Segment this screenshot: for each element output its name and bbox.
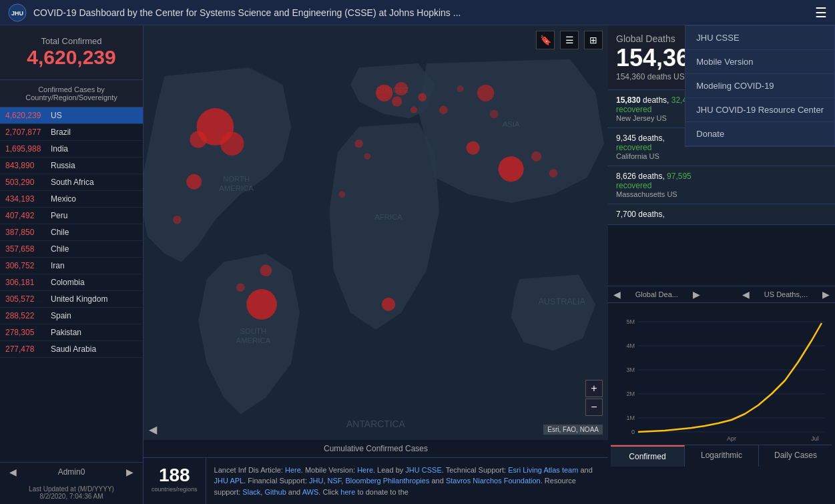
dropdown-item-resource[interactable]: JHU COVID-19 Resource Center	[685, 98, 834, 122]
dropdown-item-donate[interactable]: Donate	[685, 122, 834, 146]
svg-point-21	[382, 298, 395, 311]
sidebar-nav: ◀ Admin0 ▶	[0, 462, 143, 481]
country-item-india[interactable]: 1,695,988 India	[0, 141, 143, 158]
country-name: Chile	[51, 228, 69, 237]
svg-point-19	[499, 156, 524, 182]
country-cases: 1,695,988	[5, 144, 51, 154]
map-nav: ◀	[149, 423, 157, 436]
menu-icon[interactable]: ☰	[815, 5, 827, 21]
total-confirmed-label: Total Confirmed	[11, 36, 132, 46]
link-jhu-apl[interactable]: JHU APL	[214, 477, 244, 485]
svg-point-35	[364, 153, 370, 160]
dropdown-item-jhu-csse[interactable]: JHU CSSE	[685, 26, 834, 50]
country-name: Brazil	[51, 128, 71, 137]
country-cases: 277,478	[5, 344, 51, 354]
country-item-russia[interactable]: 843,890 Russia	[0, 158, 143, 174]
svg-point-27	[531, 152, 541, 162]
svg-text:0: 0	[631, 429, 635, 435]
map-prev-button[interactable]: ◀	[149, 423, 157, 436]
svg-text:AUSTRALIA: AUSTRALIA	[538, 297, 585, 306]
link-nsf[interactable]: NSF	[328, 477, 342, 485]
info-donate2: to donate to the	[355, 488, 408, 496]
svg-text:4M: 4M	[626, 342, 635, 349]
list-view-button[interactable]: ☰	[560, 31, 579, 49]
svg-text:Apr: Apr	[727, 435, 736, 442]
country-cases: 503,290	[5, 178, 51, 187]
country-name: Chile	[51, 244, 69, 254]
country-item-peru[interactable]: 407,492 Peru	[0, 208, 143, 224]
sidebar-next-button[interactable]: ▶	[123, 467, 136, 477]
country-count-section: 188 countries/regions	[144, 458, 206, 505]
total-confirmed-section: Total Confirmed 4,620,239	[0, 25, 143, 80]
tab-daily-cases[interactable]: Daily Cases	[759, 445, 832, 467]
jhu-logo-icon: JHU	[8, 3, 27, 22]
link-here-1[interactable]: Here	[285, 466, 301, 474]
country-count-number: 188	[152, 465, 198, 486]
country-item-uk[interactable]: 305,572 United Kingdom	[0, 291, 143, 308]
link-esri[interactable]: Esri Living Atlas team	[508, 466, 578, 474]
svg-text:3M: 3M	[626, 366, 635, 373]
country-item-chile-2[interactable]: 357,658 Chile	[0, 241, 143, 258]
country-name: Saudi Arabia	[51, 344, 96, 354]
link-jhu[interactable]: JHU	[309, 477, 323, 485]
dropdown-item-modeling[interactable]: Modeling COVID-19	[685, 74, 834, 98]
country-item-chile-1[interactable]: 387,850 Chile	[0, 224, 143, 241]
info-lancet: Lancet Inf Dis Article:	[214, 466, 285, 474]
country-name: Pakistan	[51, 328, 81, 337]
svg-point-30	[457, 85, 464, 92]
country-name: United Kingdom	[51, 294, 107, 304]
dropdown-item-mobile[interactable]: Mobile Version	[685, 50, 834, 74]
country-item-mexico[interactable]: 434,193 Mexico	[0, 191, 143, 208]
country-item-spain[interactable]: 288,522 Spain	[0, 308, 143, 324]
map-caption: Cumulative Confirmed Cases	[144, 440, 608, 457]
bottom-info: 188 countries/regions Lancet Inf Dis Art…	[144, 457, 608, 505]
zoom-out-button[interactable]: −	[585, 399, 603, 416]
zoom-in-button[interactable]: +	[585, 380, 603, 397]
chart-tabs: Confirmed Logarithmic Daily Cases	[611, 445, 832, 467]
info-and2: and	[429, 477, 445, 485]
country-item-us[interactable]: 4,620,239 US	[0, 107, 143, 124]
link-bloomberg[interactable]: Bloomberg Philanthropies	[345, 477, 429, 485]
map-source: Esri, FAO, NOAA	[543, 425, 603, 435]
map-container[interactable]: ANTARCTICA AUSTRALIA NORTH AMERICA SOUTH…	[144, 25, 608, 440]
svg-point-31	[260, 264, 272, 276]
country-cases: 288,522	[5, 311, 51, 320]
sidebar-prev-button[interactable]: ◀	[7, 467, 19, 477]
country-item-saudi[interactable]: 277,478 Saudi Arabia	[0, 341, 143, 358]
tab-logarithmic[interactable]: Logarithmic	[685, 445, 759, 467]
panel-nav-left-label: Global Dea...	[635, 290, 678, 298]
country-item-brazil[interactable]: 2,707,877 Brazil	[0, 124, 143, 141]
tab-confirmed[interactable]: Confirmed	[611, 445, 685, 467]
link-here-2[interactable]: Here	[357, 466, 373, 474]
link-github[interactable]: Github	[264, 488, 286, 496]
bookmark-button[interactable]: 🔖	[536, 31, 555, 49]
link-stavros[interactable]: Stavros Niarchos Foundation	[446, 477, 541, 485]
country-item-pakistan[interactable]: 278,305 Pakistan	[0, 324, 143, 341]
svg-point-15	[246, 289, 277, 320]
map-area: ANTARCTICA AUSTRALIA NORTH AMERICA SOUTH…	[144, 25, 608, 504]
link-aws[interactable]: AWS	[302, 488, 319, 496]
panel-next-right-button[interactable]: ▶	[822, 289, 830, 300]
grid-view-button[interactable]: ⊞	[584, 31, 603, 49]
svg-text:1M: 1M	[626, 415, 635, 421]
link-slack[interactable]: Slack	[242, 488, 260, 496]
svg-point-33	[173, 216, 182, 224]
country-cases: 306,181	[5, 278, 51, 287]
country-cases: 407,492	[5, 211, 51, 220]
svg-point-20	[477, 85, 494, 101]
country-item-iran[interactable]: 306,752 Iran	[0, 258, 143, 274]
panel-prev-right-button[interactable]: ◀	[742, 289, 750, 300]
country-name: US	[51, 111, 62, 120]
svg-text:2M: 2M	[626, 391, 635, 397]
country-list: 4,620,239 US 2,707,877 Brazil 1,695,988 …	[0, 107, 143, 462]
svg-text:ANTARCTICA: ANTARCTICA	[346, 419, 406, 429]
country-item-colombia[interactable]: 306,181 Colombia	[0, 274, 143, 291]
link-jhu-csse[interactable]: JHU CSSE	[405, 466, 441, 474]
link-here-donate[interactable]: here	[340, 488, 355, 496]
country-cases: 357,658	[5, 244, 51, 254]
panel-prev-left-button[interactable]: ◀	[613, 289, 621, 300]
country-item-south-africa[interactable]: 503,290 South Africa	[0, 174, 143, 191]
dropdown-menu: JHU CSSE Mobile Version Modeling COVID-1…	[685, 25, 835, 147]
panel-next-left-button[interactable]: ▶	[693, 289, 700, 300]
global-deaths-sub-country: US	[673, 72, 685, 81]
